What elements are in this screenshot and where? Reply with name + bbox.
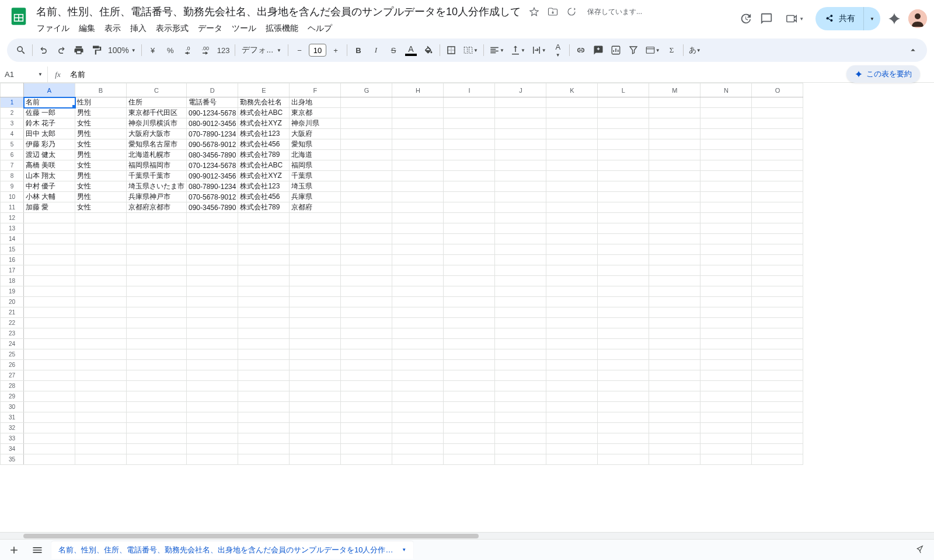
cell-L31[interactable] bbox=[598, 412, 649, 423]
cell-J16[interactable] bbox=[495, 255, 546, 265]
cell-M15[interactable] bbox=[649, 244, 700, 255]
cell-C15[interactable] bbox=[127, 244, 187, 255]
col-header-N[interactable]: N bbox=[700, 83, 752, 97]
borders-button[interactable] bbox=[443, 42, 459, 58]
cell-B32[interactable] bbox=[75, 423, 127, 433]
cell-F8[interactable]: 千葉県 bbox=[290, 171, 341, 181]
cell-G10[interactable] bbox=[341, 192, 392, 202]
chevron-down-icon[interactable]: ▼ bbox=[402, 547, 406, 552]
col-header-L[interactable]: L bbox=[598, 83, 649, 97]
cell-O17[interactable] bbox=[752, 265, 803, 276]
meet-button[interactable]: ▼ bbox=[780, 9, 808, 29]
row-header-17[interactable]: 17 bbox=[1, 265, 24, 276]
cell-C1[interactable]: 住所 bbox=[127, 97, 187, 108]
history-icon[interactable] bbox=[738, 12, 752, 26]
row-header-23[interactable]: 23 bbox=[1, 328, 24, 339]
filter-views-button[interactable]: ▼ bbox=[643, 42, 663, 58]
cell-D8[interactable]: 090-9012-3456 bbox=[187, 171, 238, 181]
cell-C25[interactable] bbox=[127, 349, 187, 360]
cell-M5[interactable] bbox=[649, 139, 700, 150]
row-header-34[interactable]: 34 bbox=[1, 444, 24, 454]
cell-G31[interactable] bbox=[341, 412, 392, 423]
zoom-select[interactable]: 100%▼ bbox=[106, 46, 138, 55]
cell-A29[interactable] bbox=[24, 391, 75, 402]
cell-H7[interactable] bbox=[392, 160, 444, 171]
row-header-10[interactable]: 10 bbox=[1, 192, 24, 202]
cell-E12[interactable] bbox=[238, 213, 290, 223]
cell-J7[interactable] bbox=[495, 160, 546, 171]
cell-B15[interactable] bbox=[75, 244, 127, 255]
cell-A35[interactable] bbox=[24, 454, 75, 465]
cell-M25[interactable] bbox=[649, 349, 700, 360]
cell-F14[interactable] bbox=[290, 234, 341, 244]
cell-H23[interactable] bbox=[392, 328, 444, 339]
cell-H11[interactable] bbox=[392, 202, 444, 213]
horizontal-scrollbar[interactable] bbox=[0, 532, 934, 539]
cell-N20[interactable] bbox=[700, 297, 752, 307]
cell-O3[interactable] bbox=[752, 118, 803, 129]
cell-O9[interactable] bbox=[752, 181, 803, 192]
col-header-H[interactable]: H bbox=[392, 83, 444, 97]
cell-G23[interactable] bbox=[341, 328, 392, 339]
col-header-E[interactable]: E bbox=[238, 83, 290, 97]
cell-J8[interactable] bbox=[495, 171, 546, 181]
cell-G4[interactable] bbox=[341, 129, 392, 139]
cell-E11[interactable]: 株式会社789 bbox=[238, 202, 290, 213]
sheet-tab-active[interactable]: 名前、性別、住所、電話番号、勤務先会社名、出身地を含んだ会員のサンプルデータを1… bbox=[51, 541, 413, 559]
cell-C6[interactable]: 北海道札幌市 bbox=[127, 150, 187, 160]
cell-J34[interactable] bbox=[495, 444, 546, 454]
cell-D6[interactable]: 080-3456-7890 bbox=[187, 150, 238, 160]
cell-C8[interactable]: 千葉県千葉市 bbox=[127, 171, 187, 181]
cell-E8[interactable]: 株式会社XYZ bbox=[238, 171, 290, 181]
cell-H31[interactable] bbox=[392, 412, 444, 423]
cell-K33[interactable] bbox=[546, 433, 598, 444]
cell-B3[interactable]: 女性 bbox=[75, 118, 127, 129]
strikethrough-button[interactable]: S bbox=[385, 42, 402, 58]
cell-B12[interactable] bbox=[75, 213, 127, 223]
cell-C5[interactable]: 愛知県名古屋市 bbox=[127, 139, 187, 150]
cell-I1[interactable] bbox=[444, 97, 495, 108]
collapse-toolbar-button[interactable] bbox=[905, 42, 921, 58]
cell-J18[interactable] bbox=[495, 276, 546, 286]
cell-M18[interactable] bbox=[649, 276, 700, 286]
cell-A11[interactable]: 加藤 愛 bbox=[24, 202, 75, 213]
row-header-1[interactable]: 1 bbox=[1, 97, 24, 108]
cell-A1[interactable]: 名前 bbox=[24, 97, 75, 108]
cell-D14[interactable] bbox=[187, 234, 238, 244]
row-header-18[interactable]: 18 bbox=[1, 276, 24, 286]
col-header-M[interactable]: M bbox=[649, 83, 700, 97]
italic-button[interactable]: I bbox=[368, 42, 384, 58]
cell-H26[interactable] bbox=[392, 360, 444, 370]
row-header-12[interactable]: 12 bbox=[1, 213, 24, 223]
cell-G30[interactable] bbox=[341, 402, 392, 412]
cell-N34[interactable] bbox=[700, 444, 752, 454]
cell-O8[interactable] bbox=[752, 171, 803, 181]
row-header-11[interactable]: 11 bbox=[1, 202, 24, 213]
cell-E24[interactable] bbox=[238, 339, 290, 349]
cell-F23[interactable] bbox=[290, 328, 341, 339]
cell-E32[interactable] bbox=[238, 423, 290, 433]
cell-I16[interactable] bbox=[444, 255, 495, 265]
account-avatar[interactable] bbox=[908, 9, 927, 28]
cell-H32[interactable] bbox=[392, 423, 444, 433]
col-header-G[interactable]: G bbox=[341, 83, 392, 97]
cell-K26[interactable] bbox=[546, 360, 598, 370]
cell-L15[interactable] bbox=[598, 244, 649, 255]
bold-button[interactable]: B bbox=[350, 42, 367, 58]
cell-H13[interactable] bbox=[392, 223, 444, 234]
menu-4[interactable]: 表示形式 bbox=[152, 21, 193, 36]
cell-F27[interactable] bbox=[290, 370, 341, 381]
cell-I32[interactable] bbox=[444, 423, 495, 433]
cell-C11[interactable]: 京都府京都市 bbox=[127, 202, 187, 213]
cell-K2[interactable] bbox=[546, 108, 598, 118]
cell-F21[interactable] bbox=[290, 307, 341, 318]
cell-I23[interactable] bbox=[444, 328, 495, 339]
cell-K31[interactable] bbox=[546, 412, 598, 423]
cell-M28[interactable] bbox=[649, 381, 700, 391]
cell-B19[interactable] bbox=[75, 286, 127, 297]
select-all-corner[interactable] bbox=[1, 83, 24, 97]
redo-button[interactable] bbox=[53, 42, 69, 58]
cell-M12[interactable] bbox=[649, 213, 700, 223]
menu-2[interactable]: 表示 bbox=[100, 21, 125, 36]
cell-E20[interactable] bbox=[238, 297, 290, 307]
